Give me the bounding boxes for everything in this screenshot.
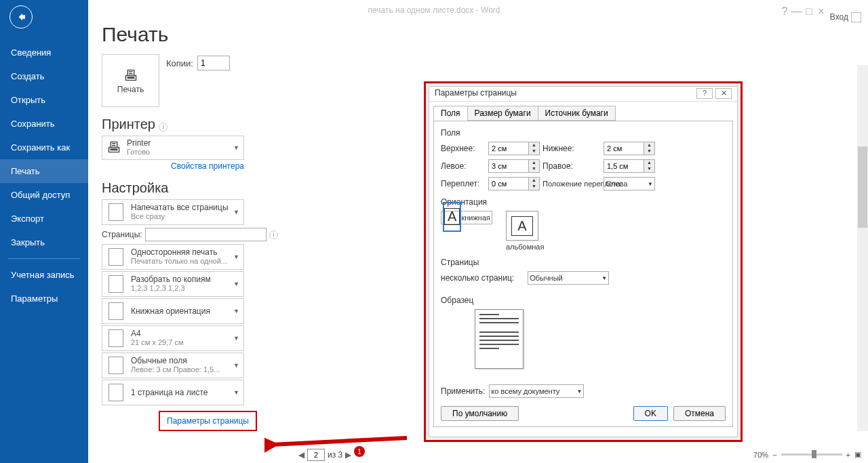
sidebar-item-new[interactable]: Создать: [0, 64, 88, 88]
login-link[interactable]: Вход: [830, 12, 848, 22]
copies-input[interactable]: [197, 56, 230, 71]
apply-to-label: Применить:: [441, 386, 485, 396]
settings-section: Настройка: [102, 180, 278, 196]
printer-icon: 🖶: [123, 67, 138, 85]
dialog-close-button[interactable]: ✕: [715, 88, 732, 99]
top-margin-label: Верхнее:: [441, 144, 488, 153]
bottom-margin-input[interactable]: ▲▼: [604, 142, 655, 155]
pages-label: Страницы:: [102, 230, 142, 239]
orientation-landscape[interactable]: Aальбомная: [506, 211, 544, 251]
pages-input[interactable]: [145, 228, 267, 241]
page-title: Печать: [102, 23, 278, 46]
svg-line-0: [271, 438, 407, 445]
cancel-button[interactable]: Отмена: [673, 406, 726, 421]
left-margin-input[interactable]: ▲▼: [488, 159, 540, 173]
zoom-out-button[interactable]: −: [772, 451, 776, 459]
oneside-icon: [108, 248, 123, 266]
page-number-input[interactable]: [307, 449, 325, 461]
sides-dropdown[interactable]: Односторонняя печатьПечатать только на о…: [102, 244, 244, 270]
right-margin-label: Правое:: [542, 161, 604, 171]
page-setup-dialog: Параметры страницы ✕ ? Поля Размер бумаг…: [429, 86, 738, 437]
window-title: печать на одном листе.docx - Word: [368, 5, 500, 15]
gutter-pos-select[interactable]: Слева▼: [604, 177, 655, 190]
printer-info-icon[interactable]: i: [159, 123, 167, 132]
top-margin-input[interactable]: ▲▼: [488, 142, 540, 155]
tab-paper-source[interactable]: Источник бумаги: [538, 106, 616, 121]
perpage-icon: [108, 384, 123, 401]
printer-status-icon: 🖶: [106, 139, 121, 157]
sidebar-item-print[interactable]: Печать: [0, 159, 88, 183]
zoom-in-button[interactable]: +: [846, 451, 850, 459]
gutter-input[interactable]: ▲▼: [488, 177, 540, 190]
sidebar-item-account[interactable]: Учетная запись: [0, 263, 88, 287]
print-panel: Печать 🖶 Печать Копии: Принтер i 🖶 Print…: [102, 23, 278, 431]
pages-group-label: Страницы: [441, 258, 726, 267]
prev-page-button[interactable]: ◀: [298, 450, 304, 460]
backstage-sidebar: Сведения Создать Открыть Сохранить Сохра…: [0, 0, 88, 463]
orientation-dropdown[interactable]: Книжная ориентация ▼: [102, 298, 244, 324]
margins-icon: [108, 357, 123, 374]
sidebar-item-saveas[interactable]: Сохранить как: [0, 136, 88, 159]
sidebar-item-export[interactable]: Экспорт: [0, 207, 88, 230]
title-bar: печать на одном листе.docx - Word ?—□× В…: [0, 0, 868, 20]
apply-to-select[interactable]: ко всему документу▼: [489, 384, 584, 398]
page-total: из 3: [328, 450, 342, 460]
back-button[interactable]: [9, 5, 33, 28]
left-margin-label: Левое:: [441, 161, 488, 171]
paper-icon: [108, 329, 123, 347]
user-icon[interactable]: [851, 12, 861, 22]
ok-button[interactable]: OK: [633, 406, 668, 421]
pages-icon: [108, 203, 123, 221]
printer-properties-link[interactable]: Свойства принтера: [102, 161, 244, 171]
collate-dropdown[interactable]: Разобрать по копиям1,2,3 1,2,3 1,2,3 ▼: [102, 271, 244, 297]
preview-page-nav: ◀ из 3 ▶: [298, 449, 351, 461]
margins-dropdown[interactable]: Обычные поляЛевое: 3 см Правое: 1,5... ▼: [102, 353, 244, 378]
default-button[interactable]: По умолчанию: [441, 406, 519, 421]
print-button[interactable]: 🖶 Печать: [102, 54, 159, 107]
printer-dropdown[interactable]: 🖶 PrinterГотово ▼: [102, 136, 244, 160]
page-setup-link[interactable]: Параметры страницы: [159, 411, 257, 431]
bottom-margin-label: Нижнее:: [542, 144, 604, 153]
sidebar-item-open[interactable]: Открыть: [0, 88, 88, 112]
multipages-label: несколько страниц:: [441, 273, 514, 283]
right-margin-input[interactable]: ▲▼: [604, 159, 655, 173]
tab-margins[interactable]: Поля: [433, 106, 468, 121]
sidebar-item-options[interactable]: Параметры: [0, 287, 88, 310]
sidebar-item-info[interactable]: Сведения: [0, 41, 88, 64]
sidebar-item-share[interactable]: Общий доступ: [0, 183, 88, 207]
zoom-control: 70% − + ▣: [753, 450, 861, 459]
dialog-help-button[interactable]: ?: [696, 88, 713, 99]
pages-info-icon[interactable]: i: [269, 230, 278, 239]
orientation-group-label: Ориентация: [441, 197, 726, 207]
copies-label: Копии:: [166, 58, 193, 68]
gutter-label: Переплет:: [441, 179, 488, 188]
tab-paper-size[interactable]: Размер бумаги: [467, 106, 538, 121]
window-controls[interactable]: ?—□×: [778, 5, 827, 18]
dialog-title: Параметры страницы: [435, 88, 517, 98]
zoom-slider[interactable]: [781, 454, 842, 456]
sample-group-label: Образец: [441, 296, 726, 305]
zoom-value: 70%: [753, 451, 768, 459]
orientation-icon: [108, 302, 123, 320]
gutter-pos-label: Положение переплета:: [542, 180, 604, 188]
margins-group-label: Поля: [441, 128, 726, 138]
orientation-portrait[interactable]: Aкнижная: [441, 211, 492, 224]
multipages-select[interactable]: Обычный▼: [528, 271, 609, 285]
page-setup-dialog-highlight: Параметры страницы ✕ ? Поля Размер бумаг…: [424, 81, 743, 442]
printer-section: Принтер: [102, 117, 155, 132]
paper-dropdown[interactable]: A421 см x 29,7 см ▼: [102, 325, 244, 351]
zoom-fit-button[interactable]: ▣: [854, 450, 861, 459]
next-page-button[interactable]: ▶: [345, 450, 351, 460]
pages-per-sheet-dropdown[interactable]: 1 страница на листе ▼: [102, 380, 244, 405]
collate-icon: [108, 275, 123, 293]
print-range-dropdown[interactable]: Напечатать все страницыВсе сразу ▼: [102, 199, 244, 225]
preview-scrollbar[interactable]: [857, 65, 868, 431]
sidebar-item-save[interactable]: Сохранить: [0, 112, 88, 136]
sample-preview: [475, 309, 524, 369]
sidebar-item-close[interactable]: Закрыть: [0, 230, 88, 254]
